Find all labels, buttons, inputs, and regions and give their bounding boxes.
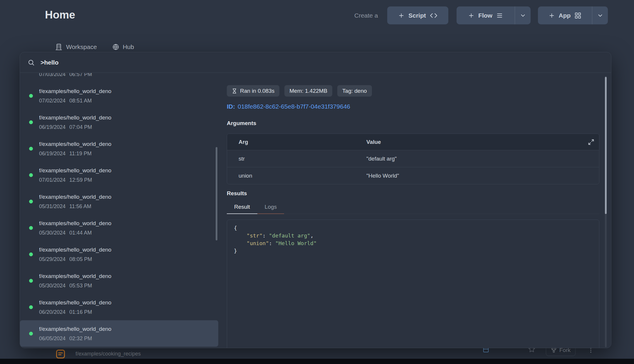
- run-success-dot: [29, 252, 33, 256]
- palette-search-bar: [20, 52, 611, 73]
- run-id-label: ID:: [227, 103, 235, 110]
- run-list-item[interactable]: f/examples/hello_world_deno07/01/202412:…: [20, 162, 218, 188]
- run-success-dot: [29, 147, 33, 151]
- run-success-dot: [29, 173, 33, 177]
- run-success-dot: [29, 120, 33, 124]
- run-badges: Ran in 0.083s Mem: 1.422MB Tag: deno: [227, 85, 599, 97]
- create-app-dropdown-button[interactable]: [592, 6, 608, 24]
- run-path: f/examples/hello_world_deno: [39, 272, 111, 280]
- code-line: "str": "default arg",: [234, 232, 592, 240]
- run-success-dot: [29, 94, 33, 98]
- run-datetime: 06/05/202402:32 PM: [39, 335, 111, 342]
- run-list-item[interactable]: f/examples/hello_world_deno06/20/202401:…: [20, 294, 218, 320]
- command-palette: f/examples/hello_world_deno07/03/202406:…: [20, 52, 611, 348]
- runtime-badge-label: Ran in 0.083s: [240, 88, 274, 94]
- tab-result[interactable]: Result: [227, 200, 257, 214]
- palette-scrollbar[interactable]: [605, 76, 607, 347]
- cooking-recipes-app-icon: [55, 348, 66, 360]
- run-detail-pane: Ran in 0.083s Mem: 1.422MB Tag: deno ID:…: [218, 73, 611, 348]
- home-tabs: Workspace Hub: [55, 42, 134, 52]
- results-label: Results: [227, 190, 599, 197]
- tab-workspace[interactable]: Workspace: [55, 43, 97, 51]
- run-list-item[interactable]: f/examples/hello_world_deno06/05/202402:…: [20, 320, 218, 347]
- memory-badge: Mem: 1.422MB: [284, 85, 332, 97]
- argument-row: str"default arg": [227, 150, 599, 167]
- search-icon: [28, 59, 35, 66]
- results-tabs: Result Logs: [227, 200, 599, 214]
- create-app-label: App: [559, 12, 571, 19]
- run-list-item[interactable]: f/examples/hello_world_deno05/31/202411:…: [20, 188, 218, 215]
- run-list-item[interactable]: f/examples/hello_world_deno05/30/202401:…: [20, 215, 218, 241]
- create-app-button-group: App: [538, 6, 608, 24]
- result-json: { "str": "default arg", "union": "Hello …: [227, 220, 599, 348]
- code-icon: [430, 12, 437, 19]
- tag-badge-label: Tag: deno: [342, 88, 367, 94]
- memory-badge-label: Mem: 1.422MB: [289, 88, 327, 94]
- run-list-item[interactable]: f/examples/hello_world_deno07/02/202408:…: [20, 82, 218, 109]
- create-script-label: Script: [408, 12, 426, 19]
- arguments-table: Arg Value str"default arg"union"Hello Wo…: [227, 134, 599, 184]
- run-path: f/examples/hello_world_deno: [39, 299, 111, 306]
- cooking-recipes-path: f/examples/cooking_recipes: [76, 351, 141, 357]
- bottom-edge: [0, 359, 634, 364]
- runtime-badge: Ran in 0.083s: [227, 85, 279, 97]
- plus-icon: [398, 12, 405, 19]
- create-flow-label: Flow: [478, 12, 492, 19]
- run-list-item[interactable]: f/examples/hello_world_deno06/19/202411:…: [20, 135, 218, 162]
- chevron-down-icon: [597, 12, 603, 19]
- run-datetime: 06/19/202411:19 PM: [39, 150, 111, 157]
- run-path: f/examples/hello_world_deno: [39, 220, 111, 227]
- expand-table-button[interactable]: [588, 139, 594, 145]
- argument-value: "default arg": [366, 156, 599, 162]
- run-path: f/examples/hello_world_deno: [39, 325, 111, 333]
- palette-scrollbar-thumb[interactable]: [605, 77, 607, 214]
- tag-badge: Tag: deno: [337, 85, 372, 97]
- run-datetime: 05/29/202408:05 PM: [39, 256, 111, 263]
- runs-scrollbar[interactable]: [216, 147, 217, 240]
- maximize-icon: [588, 139, 594, 145]
- run-list-item[interactable]: f/examples/hello_world_deno07/03/202406:…: [20, 73, 218, 82]
- argument-name: union: [227, 173, 366, 179]
- create-flow-button-group: Flow: [457, 6, 531, 24]
- create-flow-dropdown-button[interactable]: [515, 6, 531, 24]
- run-datetime: 07/03/202406:57 PM: [39, 73, 111, 78]
- run-success-dot: [29, 200, 33, 203]
- code-line: {: [234, 224, 592, 232]
- create-script-button[interactable]: Script: [387, 6, 448, 24]
- argument-row: union"Hello World": [227, 167, 599, 184]
- globe-icon: [112, 43, 119, 50]
- run-datetime: 05/30/202401:44 AM: [39, 229, 111, 236]
- run-list-item[interactable]: f/examples/hello_world_deno06/19/202407:…: [20, 109, 218, 135]
- run-id-link[interactable]: ID:018fe862-8c62-65e8-b7f7-04e31f379646: [227, 102, 599, 111]
- arguments-label: Arguments: [227, 119, 599, 127]
- create-app-button[interactable]: App: [538, 6, 592, 24]
- arguments-table-body: str"default arg"union"Hello World": [227, 150, 599, 184]
- tab-logs[interactable]: Logs: [257, 200, 284, 214]
- run-datetime: 07/01/202412:59 PM: [39, 176, 111, 183]
- run-id-value: 018fe862-8c62-65e8-b7f7-04e31f379646: [238, 103, 350, 110]
- tab-hub[interactable]: Hub: [112, 43, 134, 50]
- run-datetime: 05/30/202405:53 PM: [39, 282, 111, 289]
- app-grid-icon: [574, 12, 581, 19]
- run-success-dot: [29, 305, 33, 309]
- arguments-table-header: Arg Value: [227, 134, 599, 150]
- run-success-dot: [29, 226, 33, 230]
- run-path: f/examples/hello_world_deno: [39, 167, 111, 174]
- run-list-item[interactable]: f/examples/hello_world_deno05/29/202408:…: [20, 241, 218, 267]
- code-line: "union": "Hello World": [234, 240, 592, 247]
- palette-search-input[interactable]: [40, 59, 603, 66]
- run-path: f/examples/hello_world_deno: [39, 193, 111, 201]
- run-datetime: 05/31/202411:56 AM: [39, 203, 111, 210]
- create-a-label: Create a: [354, 6, 378, 24]
- run-path: f/examples/hello_world_deno: [39, 140, 111, 148]
- argument-value: "Hello World": [366, 173, 599, 179]
- run-path: f/examples/hello_world_deno: [39, 114, 111, 122]
- run-path: f/examples/hello_world_deno: [39, 246, 111, 254]
- flow-list-icon: [496, 12, 503, 19]
- table-header-value: Value: [366, 139, 599, 145]
- create-flow-button[interactable]: Flow: [457, 6, 515, 24]
- run-success-dot: [29, 332, 33, 336]
- run-list-item[interactable]: f/examples/hello_world_deno05/30/202405:…: [20, 267, 218, 294]
- runs-pane: f/examples/hello_world_deno07/03/202406:…: [20, 73, 218, 348]
- run-path: f/examples/hello_world_deno: [39, 87, 111, 95]
